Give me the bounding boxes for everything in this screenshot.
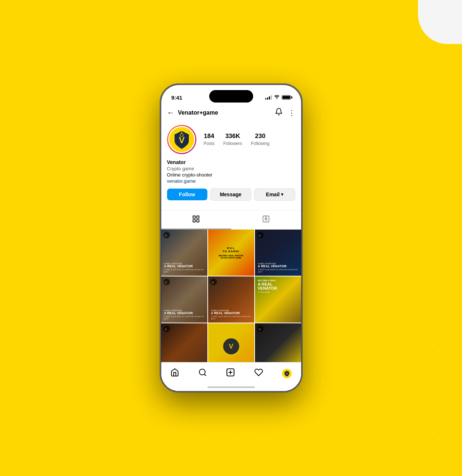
svg-point-0 [276,98,277,99]
grid-badge: V [163,279,170,285]
status-icons [265,95,291,100]
svg-text:V: V [259,234,261,237]
followers-count: 336K [223,133,242,140]
stat-following[interactable]: 230 Following [251,133,270,146]
grid-item[interactable]: KILLTO EARN! BECOME A REAL VENATORIN OUR… [208,230,254,276]
svg-text:V: V [259,328,261,331]
svg-text:V: V [165,234,167,237]
svg-text:V: V [165,281,167,284]
back-button[interactable]: ← [167,108,174,117]
svg-text:V: V [165,328,167,331]
stat-followers[interactable]: 336K Followers [223,133,242,146]
profile-category: Crypto game [167,166,295,171]
nav-likes[interactable] [251,367,266,380]
profile-section: V 184 Posts [161,121,301,210]
grid-badge: V [257,232,264,238]
stat-posts[interactable]: 184 Posts [204,133,215,146]
following-count: 230 [251,133,270,140]
heart-icon [254,368,263,379]
followers-label: Followers [223,141,242,146]
status-time: 9:41 [171,94,182,101]
email-label: Email [266,191,280,197]
svg-rect-8 [197,220,199,222]
nav-add[interactable] [223,366,238,381]
avatar-inner: V [168,126,195,153]
dynamic-island [209,90,253,103]
grid-badge: V [163,326,170,332]
profile-top: V 184 Posts [167,125,295,154]
stats-row: 184 Posts 336K Followers 230 Following [204,133,270,146]
profile-info: Venator Crypto game Online crypto-shoote… [167,159,295,184]
profile-bio: Online crypto-shooter [167,172,295,178]
nav-profile[interactable]: V [279,367,295,380]
notification-icon[interactable] [275,108,283,118]
posts-label: Posts [204,141,215,146]
grid-item[interactable]: V GAME OVERVIEW A REAL VENATOR In battle… [255,230,301,276]
nav-search[interactable] [195,367,210,380]
svg-rect-7 [193,220,195,222]
svg-rect-5 [193,216,195,218]
grid-item[interactable]: V GAME OVERVIEW A REAL VENATOR In battle… [161,276,207,323]
header-right: ⋮ [275,108,295,118]
header-title: Venator+game [178,109,218,116]
grid-badge: V [210,279,217,285]
tagged-icon [262,215,270,225]
signal-icon [265,95,272,100]
grid-item[interactable]: V GAME OVERVIEW A REAL VENATOR In battle… [161,230,207,276]
app-header: ← Venator+game ⋮ [161,105,301,121]
avatar: V [169,127,194,152]
svg-rect-6 [197,216,199,218]
email-button[interactable]: Email ▾ [254,188,295,201]
tab-grid[interactable] [161,211,231,229]
home-indicator [207,386,255,388]
content-area: V 184 Posts [161,121,301,391]
svg-point-10 [265,218,267,220]
profile-link[interactable]: venator.game [167,178,295,184]
follow-button[interactable]: Follow [167,189,207,200]
nav-home[interactable] [167,367,182,380]
grid-item[interactable]: BECOME A REAL A REALVENATOR IN THE GAME [255,276,301,323]
phone-screen: 9:41 [161,85,301,391]
tabs-bar [161,210,301,230]
following-label: Following [251,141,270,146]
phone-frame: 9:41 [160,83,303,393]
nav-profile-avatar: V [282,369,292,378]
posts-count: 184 [204,133,215,140]
grid-badge: V [163,232,170,238]
header-left: ← Venator+game [167,108,218,117]
grid-item[interactable]: V GAME OVERVIEW A REAL VENATOR In battle… [208,276,254,323]
svg-line-19 [204,374,206,376]
action-buttons: Follow Message Email ▾ [167,188,295,201]
message-button[interactable]: Message [210,188,251,201]
photo-grid: V GAME OVERVIEW A REAL VENATOR In battle… [161,230,301,369]
grid-icon [192,215,200,225]
add-icon [226,368,235,379]
grid-badge: V [257,326,264,332]
svg-text:V: V [286,372,288,375]
tab-tagged[interactable] [231,211,301,229]
wifi-icon [274,95,280,100]
more-menu-icon[interactable]: ⋮ [288,108,295,117]
email-dropdown-icon: ▾ [281,192,283,197]
profile-name: Venator [167,159,295,165]
phone-wrapper: 9:41 [160,83,303,393]
avatar-wrapper: V [167,125,196,154]
home-icon [170,368,179,379]
svg-text:V: V [212,281,214,284]
search-icon [198,368,207,379]
battery-icon [282,95,291,100]
